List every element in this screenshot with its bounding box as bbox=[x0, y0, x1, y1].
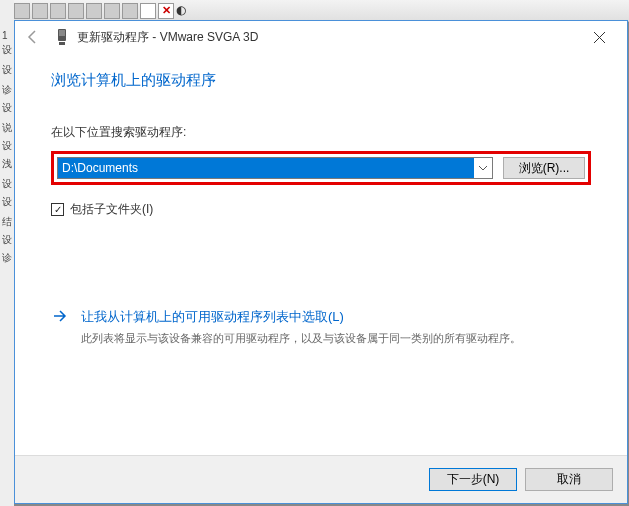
include-subfolders-label: 包括子文件夹(I) bbox=[70, 201, 153, 218]
option-description: 此列表将显示与该设备兼容的可用驱动程序，以及与该设备属于同一类别的所有驱动程序。 bbox=[81, 330, 591, 347]
footer: 下一步(N) 取消 bbox=[15, 455, 627, 503]
bg-icon bbox=[14, 3, 30, 19]
bg-icon: ◐ bbox=[176, 3, 192, 19]
option-title: 让我从计算机上的可用驱动程序列表中选取(L) bbox=[81, 308, 591, 326]
bg-icon bbox=[122, 3, 138, 19]
bg-icon bbox=[86, 3, 102, 19]
content-area: 浏览计算机上的驱动程序 在以下位置搜索驱动程序: D:\Documents 浏览… bbox=[15, 53, 627, 455]
titlebar: 更新驱动程序 - VMware SVGA 3D bbox=[15, 21, 627, 53]
next-button[interactable]: 下一步(N) bbox=[429, 468, 517, 491]
bg-icon bbox=[104, 3, 120, 19]
include-subfolders-row[interactable]: ✓ 包括子文件夹(I) bbox=[51, 201, 591, 218]
bg-icon bbox=[68, 3, 84, 19]
path-combobox[interactable]: D:\Documents bbox=[57, 157, 493, 179]
update-driver-dialog: 更新驱动程序 - VMware SVGA 3D 浏览计算机上的驱动程序 在以下位… bbox=[14, 20, 628, 504]
device-icon bbox=[55, 28, 69, 46]
pick-from-list-option[interactable]: 让我从计算机上的可用驱动程序列表中选取(L) 此列表将显示与该设备兼容的可用驱动… bbox=[51, 308, 591, 347]
browse-button[interactable]: 浏览(R)... bbox=[503, 157, 585, 179]
path-value: D:\Documents bbox=[58, 158, 474, 178]
bg-icon bbox=[32, 3, 48, 19]
option-text-block: 让我从计算机上的可用驱动程序列表中选取(L) 此列表将显示与该设备兼容的可用驱动… bbox=[81, 308, 591, 347]
arrow-right-icon bbox=[51, 308, 69, 347]
include-subfolders-checkbox[interactable]: ✓ bbox=[51, 203, 64, 216]
highlighted-region: D:\Documents 浏览(R)... bbox=[51, 151, 591, 185]
back-arrow-icon[interactable] bbox=[23, 27, 43, 47]
search-location-label: 在以下位置搜索驱动程序: bbox=[51, 124, 591, 141]
bg-icon bbox=[140, 3, 156, 19]
chevron-down-icon[interactable] bbox=[474, 158, 492, 178]
close-icon[interactable] bbox=[579, 23, 619, 51]
window-title: 更新驱动程序 - VMware SVGA 3D bbox=[77, 29, 579, 46]
background-strip: 1设设 诊设说 设浅设 设结设 诊 bbox=[0, 0, 14, 506]
background-toolbar: ✕ ◐ bbox=[0, 0, 629, 22]
bg-icon: ✕ bbox=[158, 3, 174, 19]
page-heading: 浏览计算机上的驱动程序 bbox=[51, 71, 591, 90]
svg-rect-1 bbox=[59, 30, 65, 36]
cancel-button[interactable]: 取消 bbox=[525, 468, 613, 491]
bg-icon bbox=[50, 3, 66, 19]
svg-rect-2 bbox=[59, 42, 65, 45]
